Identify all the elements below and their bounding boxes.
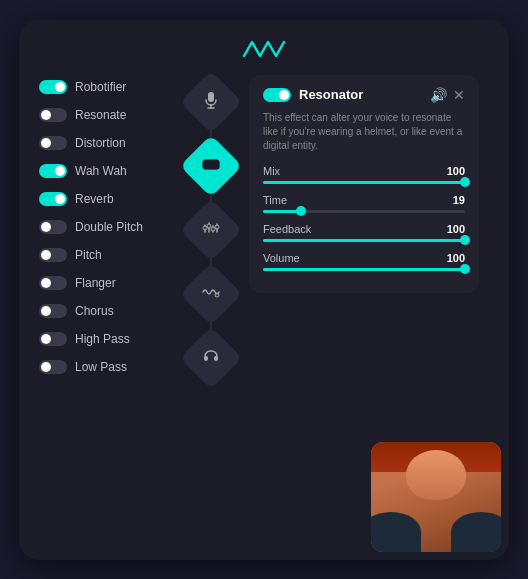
toggle-high-pass[interactable] (39, 332, 67, 346)
mix-slider-fill (263, 181, 465, 184)
control-mix-label-row: Mix 100 (263, 165, 465, 177)
sidebar-label-flanger: Flanger (75, 276, 116, 290)
control-feedback: Feedback 100 (263, 223, 465, 242)
sidebar-item-chorus[interactable]: Chorus (39, 304, 179, 318)
control-time: Time 19 (263, 194, 465, 213)
control-time-label: Time (263, 194, 287, 206)
control-time-value: 19 (453, 194, 465, 206)
effect-chain (189, 80, 233, 380)
toggle-low-pass[interactable] (39, 360, 67, 374)
toggle-distortion[interactable] (39, 136, 67, 150)
control-feedback-value: 100 (447, 223, 465, 235)
speaker-icon[interactable]: 🔊 (430, 87, 447, 103)
volume-slider-track[interactable] (263, 268, 465, 271)
time-slider-fill (263, 210, 301, 213)
sidebar-label-robotifier: Robotifier (75, 80, 126, 94)
volume-slider-thumb[interactable] (460, 264, 470, 274)
sidebar-label-pitch: Pitch (75, 248, 102, 262)
toggle-double-pitch[interactable] (39, 220, 67, 234)
toggle-resonate[interactable] (39, 108, 67, 122)
sidebar: Robotifier Resonate Distortion Wah Wah R… (39, 80, 179, 388)
mix-slider-thumb[interactable] (460, 177, 470, 187)
sidebar-item-resonate[interactable]: Resonate (39, 108, 179, 122)
panel-description: This effect can alter your voice to reso… (263, 111, 465, 153)
feedback-slider-fill (263, 239, 465, 242)
control-time-label-row: Time 19 (263, 194, 465, 206)
face-highlight (406, 450, 466, 500)
sidebar-item-high-pass[interactable]: High Pass (39, 332, 179, 346)
time-slider-track[interactable] (263, 210, 465, 213)
control-mix: Mix 100 (263, 165, 465, 184)
feedback-slider-track[interactable] (263, 239, 465, 242)
effect-panel: Resonator 🔊 ✕ This effect can alter your… (249, 75, 479, 293)
eq-icon (202, 221, 220, 239)
sidebar-item-flanger[interactable]: Flanger (39, 276, 179, 290)
sidebar-label-double-pitch: Double Pitch (75, 220, 143, 234)
svg-point-16 (207, 224, 211, 228)
face-shoulder-right (451, 512, 501, 552)
svg-rect-0 (208, 92, 214, 102)
sidebar-label-chorus: Chorus (75, 304, 114, 318)
panel-title: Resonator (299, 87, 363, 102)
control-mix-label: Mix (263, 165, 280, 177)
sidebar-item-pitch[interactable]: Pitch (39, 248, 179, 262)
panel-header: Resonator 🔊 ✕ (263, 87, 465, 103)
sidebar-label-wah-wah: Wah Wah (75, 164, 127, 178)
sidebar-item-reverb[interactable]: Reverb (39, 192, 179, 206)
control-volume-label-row: Volume 100 (263, 252, 465, 264)
sidebar-item-double-pitch[interactable]: Double Pitch (39, 220, 179, 234)
app-logo (242, 38, 286, 66)
control-mix-value: 100 (447, 165, 465, 177)
sidebar-label-high-pass: High Pass (75, 332, 130, 346)
sidebar-item-wah-wah[interactable]: Wah Wah (39, 164, 179, 178)
sidebar-item-low-pass[interactable]: Low Pass (39, 360, 179, 374)
svg-point-17 (211, 227, 215, 231)
svg-point-18 (215, 225, 219, 229)
control-volume-value: 100 (447, 252, 465, 264)
chain-node-wave[interactable] (180, 262, 242, 324)
mic-icon (204, 91, 218, 113)
sidebar-label-resonate: Resonate (75, 108, 126, 122)
control-volume-label: Volume (263, 252, 300, 264)
chain-node-eq[interactable] (180, 198, 242, 260)
chain-node-mic[interactable] (180, 70, 242, 132)
camera-thumbnail (371, 442, 501, 552)
panel-actions: 🔊 ✕ (430, 87, 465, 103)
feedback-slider-thumb[interactable] (460, 235, 470, 245)
mix-slider-track[interactable] (263, 181, 465, 184)
control-volume: Volume 100 (263, 252, 465, 271)
sidebar-label-distortion: Distortion (75, 136, 126, 150)
chain-node-wah[interactable] (180, 134, 242, 196)
chain-node-headphone[interactable] (180, 326, 242, 388)
app-container: Robotifier Resonate Distortion Wah Wah R… (19, 20, 509, 560)
wah-icon (202, 157, 220, 175)
svg-point-15 (203, 226, 207, 230)
headphone-icon (203, 349, 219, 367)
toggle-pitch[interactable] (39, 248, 67, 262)
time-slider-thumb[interactable] (296, 206, 306, 216)
sidebar-label-low-pass: Low Pass (75, 360, 127, 374)
toggle-reverb[interactable] (39, 192, 67, 206)
wave-icon (202, 285, 220, 303)
volume-slider-fill (263, 268, 465, 271)
sidebar-item-robotifier[interactable]: Robotifier (39, 80, 179, 94)
toggle-robotifier[interactable] (39, 80, 67, 94)
close-icon[interactable]: ✕ (453, 87, 465, 103)
toggle-wah-wah[interactable] (39, 164, 67, 178)
panel-title-row: Resonator (263, 87, 363, 102)
control-feedback-label-row: Feedback 100 (263, 223, 465, 235)
panel-enable-toggle[interactable] (263, 88, 291, 102)
sidebar-label-reverb: Reverb (75, 192, 114, 206)
toggle-chorus[interactable] (39, 304, 67, 318)
sidebar-item-distortion[interactable]: Distortion (39, 136, 179, 150)
camera-face (371, 442, 501, 552)
control-feedback-label: Feedback (263, 223, 311, 235)
face-shoulder-left (371, 512, 421, 552)
toggle-flanger[interactable] (39, 276, 67, 290)
